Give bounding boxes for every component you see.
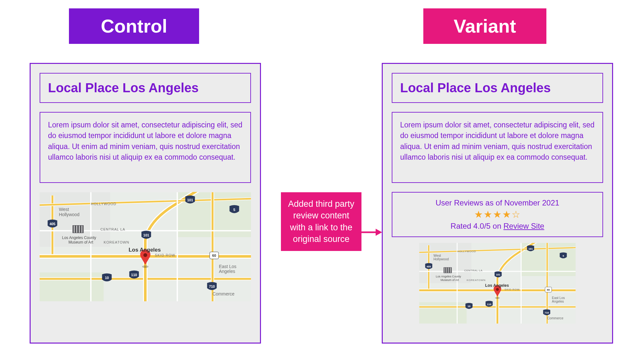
review-stars-icon: ★★★★☆ <box>396 209 599 220</box>
review-source-link[interactable]: Review Site <box>504 222 544 230</box>
control-body: Lorem ipsum dolor sit amet, consectetur … <box>40 112 251 183</box>
control-card: Local Place Los Angeles Lorem ipsum dolo… <box>30 63 261 344</box>
arrow-right-icon <box>361 228 382 237</box>
variant-body: Lorem ipsum dolor sit amet, consectetur … <box>392 112 603 183</box>
variant-title: Local Place Los Angeles <box>392 73 603 103</box>
variant-card: Local Place Los Angeles Lorem ipsum dolo… <box>382 63 613 344</box>
control-map <box>40 192 251 302</box>
map-icon <box>392 243 603 324</box>
svg-marker-34 <box>376 229 382 236</box>
review-header: User Reviews as of November 2021 <box>396 197 599 209</box>
control-title: Local Place Los Angeles <box>40 73 251 103</box>
control-label: Control <box>69 8 199 44</box>
variant-label: Variant <box>423 8 546 44</box>
callout-box: Added third party review content with a … <box>281 192 361 251</box>
review-rating-line: Rated 4.0/5 on Review Site <box>396 220 599 232</box>
variant-map <box>392 243 603 324</box>
review-rated-prefix: Rated 4.0/5 on <box>451 222 504 230</box>
map-icon <box>40 192 251 302</box>
review-box: User Reviews as of November 2021 ★★★★☆ R… <box>392 192 603 237</box>
